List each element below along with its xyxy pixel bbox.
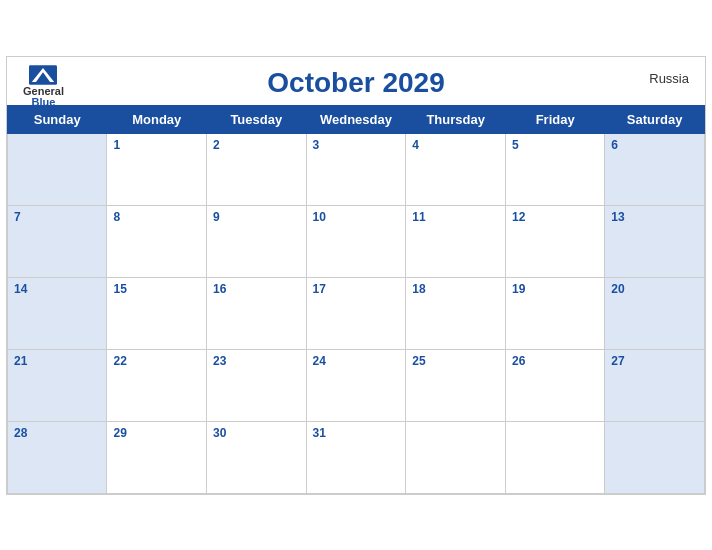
day-number: 29 bbox=[113, 426, 126, 440]
days-of-week-row: Sunday Monday Tuesday Wednesday Thursday… bbox=[8, 105, 705, 133]
col-tuesday: Tuesday bbox=[207, 105, 307, 133]
calendar-cell: 24 bbox=[306, 349, 406, 421]
logo-blue-text: Blue bbox=[32, 97, 56, 108]
calendar-container: General Blue October 2029 Russia Sunday … bbox=[6, 56, 706, 495]
calendar-cell: 2 bbox=[207, 133, 307, 205]
calendar-cell: 14 bbox=[8, 277, 107, 349]
day-number: 11 bbox=[412, 210, 425, 224]
col-saturday: Saturday bbox=[605, 105, 705, 133]
col-friday: Friday bbox=[505, 105, 604, 133]
calendar-cell: 26 bbox=[505, 349, 604, 421]
calendar-cell: 25 bbox=[406, 349, 506, 421]
calendar-cell: 12 bbox=[505, 205, 604, 277]
week-row: 123456 bbox=[8, 133, 705, 205]
calendar-table: Sunday Monday Tuesday Wednesday Thursday… bbox=[7, 105, 705, 494]
col-wednesday: Wednesday bbox=[306, 105, 406, 133]
calendar-cell: 19 bbox=[505, 277, 604, 349]
day-number: 13 bbox=[611, 210, 624, 224]
calendar-cell: 28 bbox=[8, 421, 107, 493]
day-number: 19 bbox=[512, 282, 525, 296]
calendar-cell: 1 bbox=[107, 133, 207, 205]
calendar-cell bbox=[8, 133, 107, 205]
calendar-cell: 20 bbox=[605, 277, 705, 349]
calendar-cell: 27 bbox=[605, 349, 705, 421]
calendar-cell: 8 bbox=[107, 205, 207, 277]
day-number: 21 bbox=[14, 354, 27, 368]
day-number: 12 bbox=[512, 210, 525, 224]
day-number: 7 bbox=[14, 210, 21, 224]
day-number: 8 bbox=[113, 210, 120, 224]
logo-general-text: General bbox=[23, 86, 64, 97]
day-number: 5 bbox=[512, 138, 519, 152]
day-number: 23 bbox=[213, 354, 226, 368]
calendar-header: General Blue October 2029 Russia bbox=[7, 57, 705, 105]
calendar-cell: 30 bbox=[207, 421, 307, 493]
country-label: Russia bbox=[649, 71, 689, 86]
day-number: 6 bbox=[611, 138, 618, 152]
day-number: 18 bbox=[412, 282, 425, 296]
calendar-cell: 15 bbox=[107, 277, 207, 349]
day-number: 24 bbox=[313, 354, 326, 368]
calendar-cell bbox=[406, 421, 506, 493]
week-row: 14151617181920 bbox=[8, 277, 705, 349]
calendar-cell: 5 bbox=[505, 133, 604, 205]
calendar-cell: 3 bbox=[306, 133, 406, 205]
calendar-cell: 13 bbox=[605, 205, 705, 277]
calendar-cell: 7 bbox=[8, 205, 107, 277]
day-number: 14 bbox=[14, 282, 27, 296]
calendar-cell: 4 bbox=[406, 133, 506, 205]
calendar-title: October 2029 bbox=[267, 67, 444, 99]
calendar-cell: 16 bbox=[207, 277, 307, 349]
day-number: 15 bbox=[113, 282, 126, 296]
col-thursday: Thursday bbox=[406, 105, 506, 133]
day-number: 1 bbox=[113, 138, 120, 152]
day-number: 31 bbox=[313, 426, 326, 440]
calendar-cell: 31 bbox=[306, 421, 406, 493]
day-number: 10 bbox=[313, 210, 326, 224]
logo-area: General Blue bbox=[23, 65, 64, 108]
calendar-cell: 9 bbox=[207, 205, 307, 277]
day-number: 20 bbox=[611, 282, 624, 296]
week-row: 78910111213 bbox=[8, 205, 705, 277]
calendar-cell: 22 bbox=[107, 349, 207, 421]
day-number: 2 bbox=[213, 138, 220, 152]
generalblue-logo-icon bbox=[29, 65, 57, 85]
calendar-cell: 21 bbox=[8, 349, 107, 421]
calendar-cell: 29 bbox=[107, 421, 207, 493]
calendar-cell: 18 bbox=[406, 277, 506, 349]
week-row: 28293031 bbox=[8, 421, 705, 493]
day-number: 27 bbox=[611, 354, 624, 368]
day-number: 3 bbox=[313, 138, 320, 152]
day-number: 9 bbox=[213, 210, 220, 224]
week-row: 21222324252627 bbox=[8, 349, 705, 421]
calendar-cell: 6 bbox=[605, 133, 705, 205]
day-number: 16 bbox=[213, 282, 226, 296]
calendar-cell: 23 bbox=[207, 349, 307, 421]
col-sunday: Sunday bbox=[8, 105, 107, 133]
day-number: 28 bbox=[14, 426, 27, 440]
day-number: 17 bbox=[313, 282, 326, 296]
day-number: 25 bbox=[412, 354, 425, 368]
day-number: 30 bbox=[213, 426, 226, 440]
calendar-cell: 11 bbox=[406, 205, 506, 277]
day-number: 22 bbox=[113, 354, 126, 368]
calendar-cell: 17 bbox=[306, 277, 406, 349]
calendar-cell bbox=[605, 421, 705, 493]
col-monday: Monday bbox=[107, 105, 207, 133]
day-number: 4 bbox=[412, 138, 419, 152]
calendar-cell bbox=[505, 421, 604, 493]
calendar-cell: 10 bbox=[306, 205, 406, 277]
day-number: 26 bbox=[512, 354, 525, 368]
